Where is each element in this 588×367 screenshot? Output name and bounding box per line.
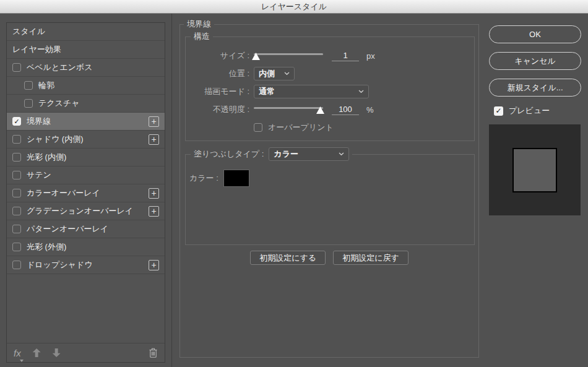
panel-divider — [171, 14, 172, 367]
sidebar-item-label: 光彩 (内側) — [27, 152, 66, 163]
sidebar-item-label: ベベルとエンボス — [27, 62, 92, 73]
cancel-button[interactable]: キャンセル — [489, 52, 581, 70]
trash-icon — [149, 347, 158, 358]
sidebar-item-inner-glow[interactable]: 光彩 (内側) — [7, 149, 165, 166]
action-column: OK キャンセル 新規スタイル... ✓ プレビュー — [489, 25, 581, 215]
effect-checkbox-gradient-overlay[interactable] — [12, 207, 21, 215]
sidebar-item-label: スタイル — [12, 26, 45, 37]
effect-checkbox-contour[interactable] — [24, 81, 33, 90]
opacity-input[interactable]: 100 — [332, 105, 359, 115]
sidebar-item-label: ドロップシャドウ — [27, 259, 92, 270]
sidebar-item-styles[interactable]: スタイル — [7, 23, 165, 41]
effects-list: スタイルレイヤー効果ベベルとエンボス輪郭テクスチャ✓境界線+シャドウ (内側)+… — [7, 23, 165, 343]
effect-checkbox-stroke[interactable]: ✓ — [12, 117, 21, 126]
new-style-button[interactable]: 新規スタイル... — [489, 79, 581, 97]
size-slider[interactable] — [254, 50, 323, 61]
dialog-title-bar: レイヤースタイル — [0, 0, 588, 14]
color-row: カラー : — [189, 170, 474, 187]
effect-checkbox-inner-shadow[interactable] — [12, 135, 21, 144]
size-slider-track[interactable] — [254, 53, 323, 55]
style-preview-square — [512, 148, 557, 192]
sidebar-item-label: 境界線 — [27, 116, 51, 127]
sidebar-item-satin[interactable]: サテン — [7, 166, 165, 184]
opacity-unit: % — [366, 105, 374, 114]
sidebar-item-label: サテン — [27, 170, 51, 181]
effect-checkbox-texture[interactable] — [24, 99, 33, 108]
opacity-slider-track[interactable] — [254, 107, 323, 109]
effects-sidebar: スタイルレイヤー効果ベベルとエンボス輪郭テクスチャ✓境界線+シャドウ (内側)+… — [6, 22, 165, 363]
fill-type-label: 塗りつぶしタイプ : — [194, 149, 264, 160]
make-default-button[interactable]: 初期設定にする — [250, 251, 326, 265]
chevron-down-icon — [339, 152, 344, 156]
sidebar-item-inner-shadow[interactable]: シャドウ (内側)+ — [7, 131, 165, 149]
sidebar-item-bevel-emboss[interactable]: ベベルとエンボス — [7, 59, 165, 77]
effect-checkbox-drop-shadow[interactable] — [12, 261, 21, 269]
effect-checkbox-inner-glow[interactable] — [12, 153, 21, 162]
chevron-down-icon — [284, 72, 290, 76]
add-effect-instance-button[interactable]: + — [149, 134, 159, 145]
effect-checkbox-pattern-overlay[interactable] — [12, 225, 21, 233]
sidebar-item-pattern-overlay[interactable]: パターンオーバーレイ — [7, 220, 165, 238]
add-effect-instance-button[interactable]: + — [149, 206, 159, 217]
reset-default-button[interactable]: 初期設定に戻す — [333, 251, 409, 265]
fx-caret-icon — [20, 360, 24, 362]
sidebar-item-label: レイヤー効果 — [12, 44, 61, 55]
default-buttons-row: 初期設定にする 初期設定に戻す — [180, 251, 478, 265]
effect-checkbox-satin[interactable] — [12, 171, 21, 179]
dialog-title: レイヤースタイル — [261, 1, 327, 12]
effect-checkbox-bevel-emboss[interactable] — [12, 63, 21, 72]
sidebar-footer: fx — [7, 343, 165, 362]
fill-type-legend: 塗りつぶしタイプ : カラー — [191, 147, 352, 161]
move-effect-down-icon[interactable] — [53, 348, 61, 357]
sidebar-item-gradient-overlay[interactable]: グラデーションオーバーレイ+ — [7, 202, 165, 220]
add-effect-instance-button[interactable]: + — [149, 116, 159, 127]
fill-type-select[interactable]: カラー — [269, 147, 349, 161]
sidebar-item-stroke[interactable]: ✓境界線+ — [7, 113, 165, 131]
fx-menu-button[interactable]: fx — [14, 348, 21, 358]
structure-group: 構造 サイズ : 1 px 位置 : 内側 描画モード : 通常 — [185, 31, 475, 141]
size-input[interactable]: 1 — [332, 51, 359, 61]
sidebar-item-label: パターンオーバーレイ — [27, 223, 108, 235]
stroke-group-legend: 境界線 — [184, 19, 214, 30]
preview-toggle-row: ✓ プレビュー — [494, 105, 581, 116]
opacity-slider[interactable] — [254, 104, 323, 115]
delete-effect-button[interactable] — [149, 347, 158, 358]
fill-type-value: カラー — [274, 149, 298, 160]
sidebar-item-color-overlay[interactable]: カラーオーバーレイ+ — [7, 184, 165, 202]
opacity-row: 不透明度 : 100 % — [186, 103, 474, 116]
sidebar-item-outer-glow[interactable]: 光彩 (外側) — [7, 238, 165, 256]
stroke-settings-group: 境界線 構造 サイズ : 1 px 位置 : 内側 描画モード : 通常 — [179, 19, 479, 358]
add-effect-instance-button[interactable]: + — [149, 188, 159, 199]
size-unit: px — [366, 51, 375, 61]
structure-legend: 構造 — [191, 31, 213, 42]
size-row: サイズ : 1 px — [186, 49, 474, 63]
sidebar-item-contour[interactable]: 輪郭 — [7, 77, 165, 95]
overprint-checkbox[interactable] — [254, 123, 262, 132]
sidebar-item-label: シャドウ (内側) — [27, 134, 84, 145]
color-swatch[interactable] — [223, 170, 249, 187]
sidebar-item-layer-effects[interactable]: レイヤー効果 — [7, 41, 165, 59]
blend-mode-label: 描画モード : — [186, 86, 254, 97]
sidebar-item-label: グラデーションオーバーレイ — [27, 205, 133, 217]
sidebar-item-label: 光彩 (外側) — [27, 241, 66, 253]
move-effect-up-icon[interactable] — [33, 348, 41, 357]
sidebar-item-drop-shadow[interactable]: ドロップシャドウ+ — [7, 256, 165, 274]
preview-checkbox[interactable]: ✓ — [494, 106, 503, 116]
sidebar-item-label: 輪郭 — [38, 80, 54, 91]
overprint-label: オーバープリント — [268, 122, 334, 133]
sidebar-item-label: カラーオーバーレイ — [27, 188, 100, 199]
overprint-row: オーバープリント — [186, 121, 474, 134]
effect-checkbox-outer-glow[interactable] — [12, 243, 21, 251]
ok-button[interactable]: OK — [489, 25, 581, 43]
effect-checkbox-color-overlay[interactable] — [12, 189, 21, 197]
sidebar-item-label: テクスチャ — [38, 98, 80, 109]
size-label: サイズ : — [186, 50, 254, 61]
position-select[interactable]: 内側 — [254, 67, 295, 80]
blend-mode-select[interactable]: 通常 — [254, 85, 369, 98]
fill-type-group: 塗りつぶしタイプ : カラー カラー : — [185, 147, 475, 245]
chevron-down-icon — [358, 90, 364, 93]
style-preview-thumbnail — [489, 124, 581, 215]
blend-mode-value: 通常 — [259, 86, 275, 97]
add-effect-instance-button[interactable]: + — [149, 260, 159, 270]
sidebar-item-texture[interactable]: テクスチャ — [7, 95, 165, 113]
